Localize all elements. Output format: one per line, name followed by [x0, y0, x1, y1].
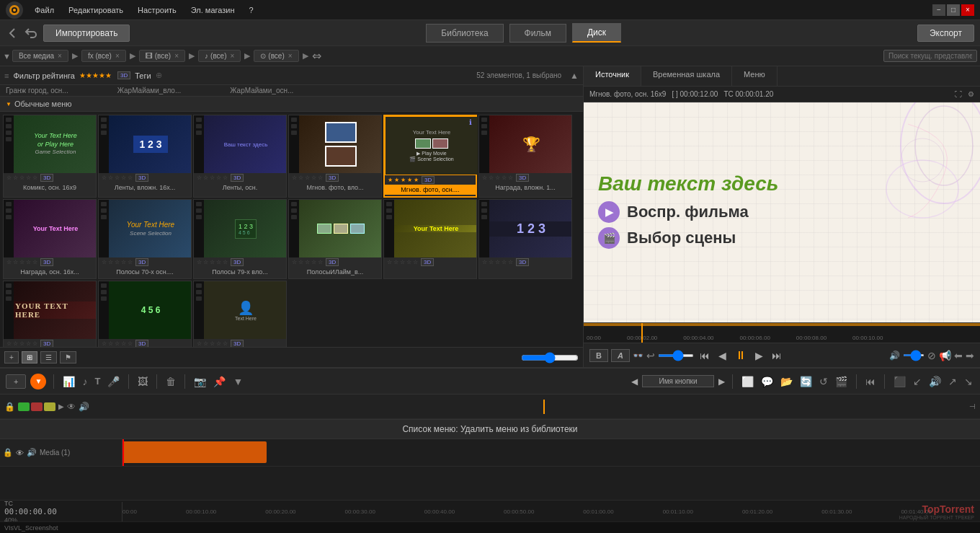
menu-edit[interactable]: Редактировать — [66, 4, 126, 16]
camera-icon-btn[interactable]: 📷 — [192, 374, 208, 389]
mute-icon[interactable]: ⊘ — [927, 350, 936, 361]
scroll-up-icon[interactable]: ▲ — [570, 71, 579, 81]
lock-all-icon[interactable]: 🔒 — [4, 402, 15, 412]
tab-menu[interactable]: Меню — [732, 66, 778, 86]
speaker-track-icon[interactable]: 🔊 — [79, 402, 89, 412]
list-item[interactable]: Ваш текст здесь ☆☆☆☆☆3D Ленты, осн. — [193, 115, 287, 198]
volume-slider-ctrl[interactable] — [903, 354, 925, 356]
btn-d[interactable]: 🔄 — [798, 374, 814, 389]
nav-next-icon[interactable]: ➡ — [966, 350, 974, 361]
volume-icon[interactable]: 🔊 — [889, 351, 900, 361]
category-header[interactable]: ▼ Обычные меню — [0, 97, 583, 112]
arrow-down-icon-btn[interactable]: ▼ — [231, 374, 244, 389]
info-icon[interactable]: ℹ — [469, 118, 472, 126]
btn-b[interactable]: 💬 — [760, 374, 775, 389]
list-item[interactable]: Your Text Here ☆☆☆☆☆3D Награда, осн. 16х… — [3, 199, 97, 279]
chart-icon-btn[interactable]: 📊 — [61, 374, 76, 389]
track-clip[interactable] — [122, 441, 267, 463]
media-grid-scroll[interactable]: Your Text Hereor Play HereGame Selection… — [0, 112, 583, 347]
lock-icon[interactable]: 🔒 — [3, 448, 13, 457]
btn-c[interactable]: 📂 — [779, 374, 794, 389]
track-nav-next[interactable]: ▶ — [718, 376, 725, 387]
list-item[interactable]: Your Text HereScene Selection ☆☆☆☆☆3D По… — [98, 199, 192, 279]
list-item[interactable]: 👤 Text Here ☆☆☆☆☆3D — [193, 281, 287, 347]
stars-filter[interactable]: ★★★★★ — [79, 71, 112, 79]
speaker-icon[interactable]: 📢 — [939, 350, 951, 361]
add-track-button[interactable]: + — [6, 374, 26, 389]
filter-3[interactable]: ♪(все)× — [198, 50, 241, 62]
list-item[interactable]: Your Text Hereor Play HereGame Selection… — [3, 115, 97, 198]
play-pause-button[interactable]: ⏸ — [732, 348, 749, 364]
filter-fx[interactable]: fx (все)× — [81, 50, 126, 62]
btn-g[interactable]: ⏮ — [864, 374, 877, 389]
list-item[interactable]: ☆☆☆☆☆3D ПолосыИЛайм_в... — [288, 199, 382, 279]
prev-frame-button[interactable]: ◀ — [716, 348, 729, 363]
list-item[interactable]: 1 2 3 ☆☆☆☆☆3D — [478, 199, 572, 279]
skip-start-button[interactable]: ⏮ — [697, 348, 713, 363]
filter-4[interactable]: ⊙(все)× — [254, 50, 298, 62]
music-icon-btn[interactable]: ♪ — [81, 374, 89, 389]
fullscreen-icon[interactable]: ⛶ — [955, 90, 962, 98]
maximize-button[interactable]: □ — [947, 4, 960, 16]
undo-ctrl-icon[interactable]: ↩ — [646, 350, 655, 361]
trash-icon-btn[interactable]: 🗑 — [164, 374, 177, 389]
btn-e[interactable]: ↺ — [818, 374, 829, 389]
list-item[interactable]: YOUR TEXT HERE ☆☆☆☆☆3D — [3, 281, 97, 347]
import-button[interactable]: Импортировать — [43, 25, 130, 42]
tab-disc[interactable]: Диск — [572, 23, 621, 43]
badge-3d[interactable]: 3D — [117, 71, 130, 79]
mic-icon-btn[interactable]: 🎤 — [106, 374, 121, 389]
bold-button[interactable]: B — [589, 349, 608, 362]
track-content[interactable] — [122, 439, 980, 466]
list-item[interactable]: ℹ Your Text Here ▶ Play Movie 🎬 Scene Se… — [383, 115, 477, 198]
close-button[interactable]: × — [961, 4, 974, 16]
list-item[interactable]: ☆☆☆☆☆3D Мгнов. фото, вло... — [288, 115, 382, 198]
list-item[interactable]: 🏆 ☆☆☆☆☆3D Награда, вложн. 1... — [478, 115, 572, 198]
menu-settings[interactable]: Настроить — [135, 4, 179, 16]
audio-icon[interactable]: 🔊 — [27, 448, 37, 457]
add-media-button[interactable]: + — [4, 351, 19, 364]
filter-2[interactable]: 🎞(все)× — [139, 50, 185, 62]
search-input[interactable] — [883, 50, 977, 62]
skip-end-button[interactable]: ⏭ — [769, 348, 785, 363]
track-nav-prev[interactable]: ◀ — [631, 376, 638, 387]
filter-expand-icon[interactable]: ⇔ — [312, 49, 321, 63]
menu-file[interactable]: Файл — [32, 4, 57, 16]
text-icon-btn[interactable]: T — [93, 374, 102, 388]
menu-store[interactable]: Эл. магазин — [188, 4, 238, 16]
list-view-button[interactable]: ☰ — [40, 351, 57, 364]
filter-all-media[interactable]: Все медиа× — [12, 50, 68, 62]
pin-icon-btn[interactable]: 📌 — [212, 374, 227, 389]
progress-slider[interactable] — [658, 354, 694, 357]
menu-help[interactable]: ? — [246, 4, 257, 16]
orange-circle-menu[interactable]: ▼ — [30, 374, 46, 389]
tab-library[interactable]: Библиотека — [426, 24, 503, 43]
filter-icon[interactable]: ▼ — [3, 52, 11, 61]
tab-film[interactable]: Фильм — [509, 24, 566, 43]
btn-j[interactable]: 🔊 — [927, 374, 943, 389]
btn-i[interactable]: ↙ — [912, 374, 923, 389]
italic-button[interactable]: A — [611, 349, 630, 362]
play-track-icon[interactable]: ▶ — [58, 402, 64, 410]
list-item[interactable]: 1 2 3 ☆☆☆☆☆3D Ленты, вложн. 16х... — [98, 115, 192, 198]
zoom-slider[interactable] — [521, 352, 579, 364]
favorite-button[interactable]: ⚑ — [60, 351, 76, 364]
btn-k[interactable]: ↗ — [947, 374, 958, 389]
export-button[interactable]: Экспорт — [917, 25, 974, 42]
btn-f[interactable]: 🎬 — [834, 374, 849, 389]
minimize-button[interactable]: − — [932, 4, 945, 16]
eyeglasses-icon[interactable]: 👓 — [633, 351, 643, 361]
tab-source[interactable]: Источник — [584, 66, 641, 86]
list-item[interactable]: 4 5 6 ☆☆☆☆☆3D — [98, 281, 192, 347]
nav-prev-icon[interactable]: ⬅ — [954, 350, 963, 361]
media-icon-btn[interactable]: 🖼 — [136, 374, 149, 389]
grid-view-button[interactable]: ⊞ — [22, 351, 37, 364]
btn-h[interactable]: ⬛ — [892, 374, 907, 389]
list-item[interactable]: 1 2 3 4 5 6 ☆☆☆☆☆3D Полосы 79-х вло... — [193, 199, 287, 279]
eye-track-icon[interactable]: 👁 — [67, 402, 76, 412]
track-name-input[interactable] — [642, 375, 714, 387]
tab-timeline[interactable]: Временная шкала — [641, 66, 732, 86]
btn-l[interactable]: ↘ — [963, 374, 974, 389]
settings-icon[interactable]: ⚙ — [968, 90, 974, 98]
btn-a[interactable]: ⬜ — [740, 374, 755, 389]
